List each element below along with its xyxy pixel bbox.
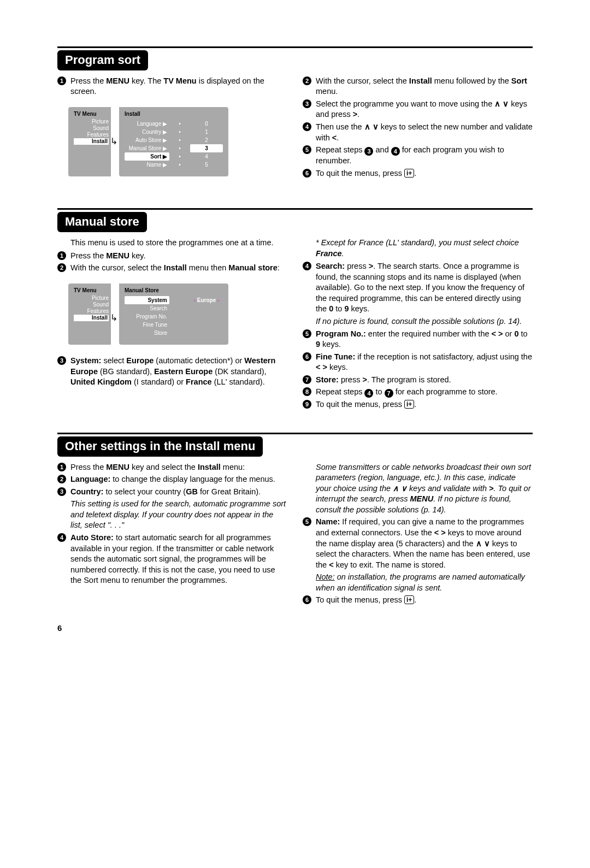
other-left-steps: Press the MENU key and select the Instal… — [57, 462, 287, 586]
program-sort-right-steps: With the cursor, select the Install menu… — [303, 76, 533, 179]
osd-install-sort: TV Menu PictureSoundFeaturesInstall ↳ In… — [68, 107, 287, 177]
step-item: With the cursor, select the Install menu… — [303, 76, 533, 97]
section-heading-program-sort: Program sort — [57, 50, 148, 70]
tv-menu-item: Features — [74, 308, 109, 315]
step-item: Press the MENU key and select the Instal… — [57, 462, 287, 473]
osd-row: Fine Tune — [125, 321, 223, 329]
osd-row: Program No. — [125, 312, 223, 321]
step-item: Language: to change the display language… — [57, 474, 287, 485]
tv-menu-item: Picture — [74, 119, 109, 125]
step-item: Fine Tune: if the reception is not satis… — [303, 352, 533, 373]
manual-store-left-before: Press the MENU key.With the cursor, sele… — [57, 251, 287, 274]
osd-manual-store: TV Menu PictureSoundFeaturesInstall ↳ Ma… — [68, 284, 287, 345]
step-item: System: select Europe (automatic detecti… — [57, 356, 287, 388]
tv-menu-item: Picture — [74, 295, 109, 302]
tv-menu-item: Install — [74, 138, 109, 145]
step-item: Press the MENU key. The TV Menu is displ… — [57, 76, 287, 97]
step-item: Then use the ∧ ∨ keys to select the new … — [303, 122, 533, 143]
step-item: To quit the menus, press i+. — [303, 168, 533, 179]
osd-row: System◂ Europe ▸ — [125, 296, 223, 304]
step-item: Auto Store: to start automatic search fo… — [57, 533, 287, 586]
step-item: Program No.: enter the required number w… — [303, 329, 533, 350]
step-item: To quit the menus, press i+. — [303, 399, 533, 410]
step-item: Name: If required, you can give a name t… — [303, 517, 533, 570]
manual-store-note: * Except for France (LL' standard), you … — [303, 238, 533, 259]
section-heading-other: Other settings in the Install menu — [57, 436, 263, 457]
program-sort-left-steps: Press the MENU key. The TV Menu is displ… — [57, 76, 287, 97]
tv-menu-item: Sound — [74, 125, 109, 132]
manual-store-left-after: System: select Europe (automatic detecti… — [57, 356, 287, 388]
other-right-steps: Some transmitters or cable networks broa… — [303, 462, 533, 606]
osd-row: Manual Store ▶•3 — [125, 144, 223, 152]
manual-store-intro: This menu is used to store the programme… — [57, 238, 287, 249]
osd-row: Store — [125, 329, 223, 337]
step-item: Country: to select your country (GB for … — [57, 487, 287, 498]
step-item: Repeat steps 3 and 4 for each program yo… — [303, 145, 533, 167]
step-item: To quit the menus, press i+. — [303, 595, 533, 606]
step-item: Note: on installation, the programs are … — [303, 572, 533, 593]
page-number: 6 — [57, 623, 533, 634]
step-item: If no picture is found, consult the poss… — [303, 316, 533, 327]
osd-row: Name ▶•5 — [125, 161, 223, 169]
step-item: Search: press >. The search starts. Once… — [303, 261, 533, 315]
osd-row: Language ▶•0 — [125, 120, 223, 128]
step-item: With the cursor, select the Install menu… — [57, 263, 287, 274]
step-item: Repeat steps 4 to 7 for each programme t… — [303, 387, 533, 398]
step-item: Some transmitters or cable networks broa… — [303, 462, 533, 516]
step-item: This setting is used for the search, aut… — [57, 499, 287, 531]
tv-menu-item: Sound — [74, 302, 109, 308]
step-item: Store: press >. The program is stored. — [303, 375, 533, 386]
step-item: Select the programme you want to move us… — [303, 99, 533, 120]
step-item: Press the MENU key. — [57, 251, 287, 262]
osd-row: Search — [125, 304, 223, 312]
osd-row: Auto Store ▶•2 — [125, 136, 223, 144]
tv-menu-item: Features — [74, 132, 109, 138]
osd-row: Country ▶•1 — [125, 128, 223, 136]
section-heading-manual-store: Manual store — [57, 212, 147, 232]
manual-store-right-steps: Search: press >. The search starts. Once… — [303, 261, 533, 410]
tv-menu-item: Install — [74, 315, 109, 321]
osd-row: Sort ▶•4 — [125, 152, 223, 161]
